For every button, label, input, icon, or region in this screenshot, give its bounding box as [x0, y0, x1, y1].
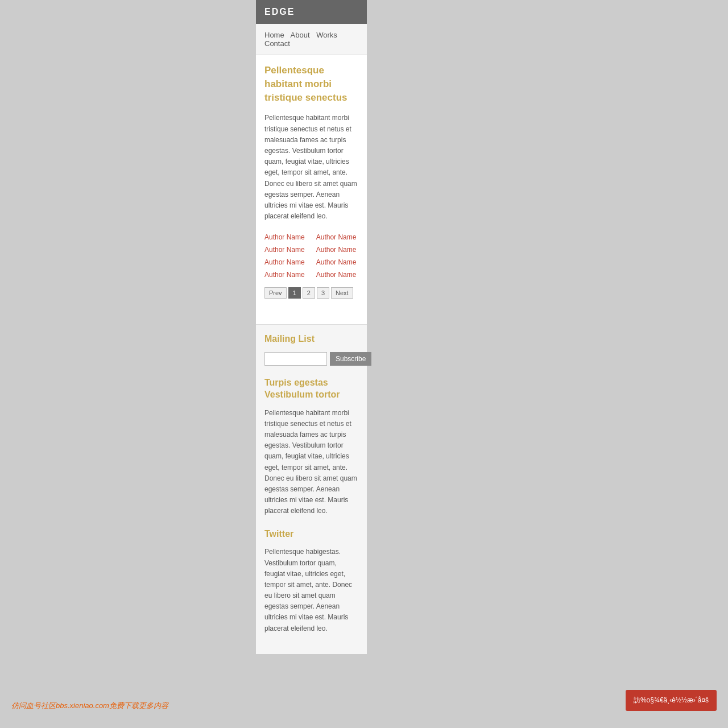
author-link-1-1[interactable]: Author Name [264, 233, 305, 241]
author-row-1: Author Name Author Name [264, 233, 358, 241]
twitter-title: Twitter [264, 528, 358, 540]
pagination-page-2[interactable]: 2 [303, 287, 315, 299]
article-body: Pellentesque habitant morbi tristique se… [264, 113, 358, 222]
nav-home[interactable]: Home [264, 31, 284, 39]
twitter-body: Pellentesque habigestas. Vestibulum tort… [264, 547, 358, 634]
watermark: 仿问血号社区bbs.xieniao.com免费下载更多内容 [11, 701, 168, 711]
sidebar-article-body: Pellentesque habitant morbi tristique se… [264, 408, 358, 517]
author-link-3-2[interactable]: Author Name [316, 258, 357, 266]
nav-about[interactable]: About [291, 31, 310, 39]
sidebar-section: Mailing List Subscribe Turpis egestas Ve… [256, 325, 367, 654]
pagination-next[interactable]: Next [331, 287, 353, 299]
sidebar-article-title: Turpis egestas Vestibulum tortor [264, 377, 358, 401]
author-link-2-2[interactable]: Author Name [316, 246, 357, 254]
mailing-list-title: Mailing List [264, 333, 358, 345]
page-layout: EDGE Home About Works Contact Pellentesq… [0, 0, 728, 728]
site-logo: EDGE [264, 7, 295, 16]
nav-contact[interactable]: Contact [264, 39, 290, 48]
author-link-4-1[interactable]: Author Name [264, 271, 305, 279]
pagination-page-1[interactable]: 1 [288, 287, 301, 299]
author-link-2-1[interactable]: Author Name [264, 246, 305, 254]
author-list: Author Name Author Name Author Name Auth… [264, 233, 358, 279]
author-row-4: Author Name Author Name [264, 271, 358, 279]
author-row-3: Author Name Author Name [264, 258, 358, 266]
site-header: EDGE [256, 0, 367, 24]
pagination: Prev 1 2 3 Next [264, 287, 358, 307]
mailing-form: Subscribe [264, 352, 358, 366]
nav-works[interactable]: Works [316, 31, 337, 39]
author-link-3-1[interactable]: Author Name [264, 258, 305, 266]
bottom-button[interactable]: 訪%о§¾€ä¸‹è½½æ›´å¤š [626, 690, 717, 711]
subscribe-button[interactable]: Subscribe [330, 352, 371, 366]
author-row-2: Author Name Author Name [264, 246, 358, 254]
author-link-4-2[interactable]: Author Name [316, 271, 357, 279]
pagination-prev[interactable]: Prev [264, 287, 287, 299]
email-input[interactable] [264, 352, 327, 366]
main-article: Pellentesque habitant morbi tristique se… [256, 55, 367, 325]
pagination-page-3[interactable]: 3 [317, 287, 329, 299]
article-title: Pellentesque habitant morbi tristique se… [264, 64, 358, 104]
content-column: EDGE Home About Works Contact Pellentesq… [256, 0, 367, 654]
author-link-1-2[interactable]: Author Name [316, 233, 357, 241]
site-nav: Home About Works Contact [256, 24, 367, 55]
